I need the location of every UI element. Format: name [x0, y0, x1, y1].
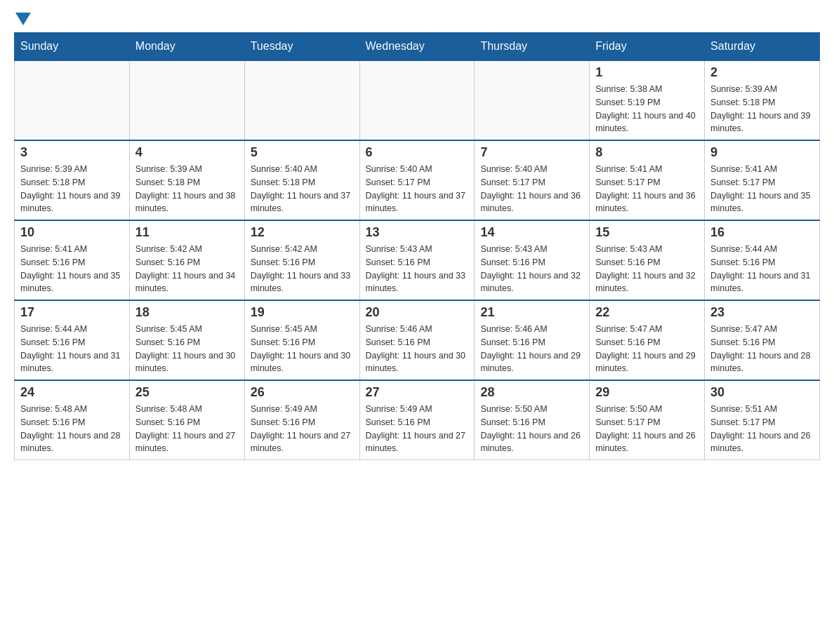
calendar-cell [475, 60, 590, 140]
day-number: 24 [20, 385, 124, 400]
calendar-cell: 16Sunrise: 5:44 AM Sunset: 5:16 PM Dayli… [705, 220, 820, 300]
day-number: 21 [480, 305, 583, 320]
day-number: 23 [710, 305, 814, 320]
calendar-cell: 25Sunrise: 5:48 AM Sunset: 5:16 PM Dayli… [129, 380, 244, 460]
day-number: 9 [710, 145, 814, 160]
day-number: 10 [20, 225, 124, 240]
calendar-cell: 24Sunrise: 5:48 AM Sunset: 5:16 PM Dayli… [15, 380, 130, 460]
calendar-cell: 30Sunrise: 5:51 AM Sunset: 5:17 PM Dayli… [705, 380, 820, 460]
day-info: Sunrise: 5:50 AM Sunset: 5:17 PM Dayligh… [595, 403, 699, 455]
day-info: Sunrise: 5:42 AM Sunset: 5:16 PM Dayligh… [251, 243, 354, 295]
calendar-cell: 19Sunrise: 5:45 AM Sunset: 5:16 PM Dayli… [244, 300, 359, 380]
calendar-cell: 1Sunrise: 5:38 AM Sunset: 5:19 PM Daylig… [590, 60, 705, 140]
day-info: Sunrise: 5:49 AM Sunset: 5:16 PM Dayligh… [366, 403, 469, 455]
day-number: 6 [366, 145, 469, 160]
day-number: 12 [251, 225, 354, 240]
day-number: 4 [135, 145, 239, 160]
day-number: 3 [20, 145, 124, 160]
calendar-cell [15, 60, 130, 140]
calendar-cell: 23Sunrise: 5:47 AM Sunset: 5:16 PM Dayli… [705, 300, 820, 380]
calendar-week-row: 1Sunrise: 5:38 AM Sunset: 5:19 PM Daylig… [15, 60, 820, 140]
calendar-week-row: 24Sunrise: 5:48 AM Sunset: 5:16 PM Dayli… [15, 380, 820, 460]
day-info: Sunrise: 5:43 AM Sunset: 5:16 PM Dayligh… [480, 243, 583, 295]
day-number: 2 [710, 65, 814, 80]
day-number: 29 [595, 385, 699, 400]
day-number: 1 [595, 65, 699, 80]
calendar-cell: 9Sunrise: 5:41 AM Sunset: 5:17 PM Daylig… [705, 140, 820, 220]
day-info: Sunrise: 5:48 AM Sunset: 5:16 PM Dayligh… [20, 403, 124, 455]
calendar-week-row: 17Sunrise: 5:44 AM Sunset: 5:16 PM Dayli… [15, 300, 820, 380]
day-info: Sunrise: 5:44 AM Sunset: 5:16 PM Dayligh… [710, 243, 814, 295]
day-info: Sunrise: 5:41 AM Sunset: 5:16 PM Dayligh… [20, 243, 124, 295]
day-number: 18 [135, 305, 239, 320]
day-number: 15 [595, 225, 699, 240]
day-number: 11 [135, 225, 239, 240]
calendar-cell: 4Sunrise: 5:39 AM Sunset: 5:18 PM Daylig… [129, 140, 244, 220]
day-info: Sunrise: 5:40 AM Sunset: 5:17 PM Dayligh… [480, 163, 583, 215]
calendar-cell [244, 60, 359, 140]
day-info: Sunrise: 5:43 AM Sunset: 5:16 PM Dayligh… [366, 243, 469, 295]
calendar-cell: 8Sunrise: 5:41 AM Sunset: 5:17 PM Daylig… [590, 140, 705, 220]
day-info: Sunrise: 5:45 AM Sunset: 5:16 PM Dayligh… [135, 323, 239, 375]
day-info: Sunrise: 5:39 AM Sunset: 5:18 PM Dayligh… [20, 163, 124, 215]
day-info: Sunrise: 5:46 AM Sunset: 5:16 PM Dayligh… [366, 323, 469, 375]
day-info: Sunrise: 5:38 AM Sunset: 5:19 PM Dayligh… [595, 83, 699, 135]
day-info: Sunrise: 5:40 AM Sunset: 5:17 PM Dayligh… [366, 163, 469, 215]
weekday-header-tuesday: Tuesday [244, 33, 359, 61]
day-info: Sunrise: 5:41 AM Sunset: 5:17 PM Dayligh… [595, 163, 699, 215]
calendar-cell: 11Sunrise: 5:42 AM Sunset: 5:16 PM Dayli… [129, 220, 244, 300]
day-info: Sunrise: 5:42 AM Sunset: 5:16 PM Dayligh… [135, 243, 239, 295]
day-info: Sunrise: 5:47 AM Sunset: 5:16 PM Dayligh… [595, 323, 699, 375]
calendar-cell: 10Sunrise: 5:41 AM Sunset: 5:16 PM Dayli… [15, 220, 130, 300]
day-number: 25 [135, 385, 239, 400]
calendar-cell: 21Sunrise: 5:46 AM Sunset: 5:16 PM Dayli… [475, 300, 590, 380]
day-number: 22 [595, 305, 699, 320]
calendar-week-row: 10Sunrise: 5:41 AM Sunset: 5:16 PM Dayli… [15, 220, 820, 300]
calendar-table: SundayMondayTuesdayWednesdayThursdayFrid… [14, 32, 820, 460]
day-number: 14 [480, 225, 583, 240]
weekday-header-wednesday: Wednesday [359, 33, 475, 61]
calendar-cell [359, 60, 475, 140]
day-info: Sunrise: 5:40 AM Sunset: 5:18 PM Dayligh… [251, 163, 354, 215]
day-info: Sunrise: 5:46 AM Sunset: 5:16 PM Dayligh… [480, 323, 583, 375]
day-number: 28 [480, 385, 583, 400]
calendar-cell: 28Sunrise: 5:50 AM Sunset: 5:16 PM Dayli… [475, 380, 590, 460]
calendar-cell: 15Sunrise: 5:43 AM Sunset: 5:16 PM Dayli… [590, 220, 705, 300]
calendar-cell: 5Sunrise: 5:40 AM Sunset: 5:18 PM Daylig… [244, 140, 359, 220]
day-number: 8 [595, 145, 699, 160]
calendar-cell: 27Sunrise: 5:49 AM Sunset: 5:16 PM Dayli… [359, 380, 475, 460]
calendar-cell: 14Sunrise: 5:43 AM Sunset: 5:16 PM Dayli… [475, 220, 590, 300]
day-info: Sunrise: 5:47 AM Sunset: 5:16 PM Dayligh… [710, 323, 814, 375]
weekday-header-thursday: Thursday [475, 33, 590, 61]
calendar-cell: 17Sunrise: 5:44 AM Sunset: 5:16 PM Dayli… [15, 300, 130, 380]
logo [14, 14, 31, 25]
calendar-cell: 22Sunrise: 5:47 AM Sunset: 5:16 PM Dayli… [590, 300, 705, 380]
calendar-cell: 7Sunrise: 5:40 AM Sunset: 5:17 PM Daylig… [475, 140, 590, 220]
weekday-header-sunday: Sunday [15, 33, 130, 61]
weekday-header-saturday: Saturday [705, 33, 820, 61]
day-info: Sunrise: 5:48 AM Sunset: 5:16 PM Dayligh… [135, 403, 239, 455]
day-info: Sunrise: 5:43 AM Sunset: 5:16 PM Dayligh… [595, 243, 699, 295]
day-number: 13 [366, 225, 469, 240]
calendar-week-row: 3Sunrise: 5:39 AM Sunset: 5:18 PM Daylig… [15, 140, 820, 220]
weekday-header-friday: Friday [590, 33, 705, 61]
calendar-cell [129, 60, 244, 140]
day-number: 17 [20, 305, 124, 320]
calendar-cell: 12Sunrise: 5:42 AM Sunset: 5:16 PM Dayli… [244, 220, 359, 300]
day-number: 16 [710, 225, 814, 240]
calendar-cell: 18Sunrise: 5:45 AM Sunset: 5:16 PM Dayli… [129, 300, 244, 380]
day-info: Sunrise: 5:44 AM Sunset: 5:16 PM Dayligh… [20, 323, 124, 375]
day-info: Sunrise: 5:49 AM Sunset: 5:16 PM Dayligh… [251, 403, 354, 455]
day-info: Sunrise: 5:50 AM Sunset: 5:16 PM Dayligh… [480, 403, 583, 455]
calendar-cell: 6Sunrise: 5:40 AM Sunset: 5:17 PM Daylig… [359, 140, 475, 220]
day-info: Sunrise: 5:51 AM Sunset: 5:17 PM Dayligh… [710, 403, 814, 455]
day-number: 27 [366, 385, 469, 400]
day-number: 5 [251, 145, 354, 160]
calendar-cell: 2Sunrise: 5:39 AM Sunset: 5:18 PM Daylig… [705, 60, 820, 140]
calendar-cell: 26Sunrise: 5:49 AM Sunset: 5:16 PM Dayli… [244, 380, 359, 460]
day-info: Sunrise: 5:39 AM Sunset: 5:18 PM Dayligh… [710, 83, 814, 135]
calendar-cell: 3Sunrise: 5:39 AM Sunset: 5:18 PM Daylig… [15, 140, 130, 220]
day-number: 19 [251, 305, 354, 320]
svg-marker-0 [15, 13, 31, 25]
page-header [14, 14, 820, 25]
